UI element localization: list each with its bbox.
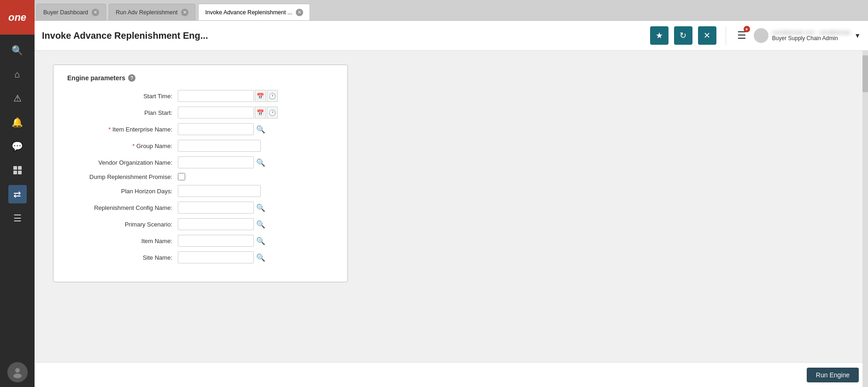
svg-rect-2 — [13, 171, 17, 174]
sidebar-item-bell[interactable]: 🔔 — [8, 113, 27, 131]
start-time-calendar-icon[interactable]: 📅 — [255, 90, 266, 102]
sidebar-avatar[interactable] — [7, 362, 28, 382]
label-plan-start: Plan Start: — [67, 109, 178, 116]
content-inner: Engine parameters ? Start Time: 📅 🕐 Plan… — [35, 51, 868, 362]
tab-buyer-dashboard[interactable]: Buyer Dashboard ✕ — [36, 4, 106, 20]
item-name-input[interactable] — [178, 235, 254, 247]
form-row-site-name: Site Name: 🔍 — [67, 251, 334, 263]
logo-text: one — [8, 12, 26, 24]
tab-bar: Buyer Dashboard ✕ Run Adv Replenishment … — [35, 0, 868, 21]
avatar — [754, 28, 768, 43]
notification-badge — [744, 26, 750, 32]
site-name-group: 🔍 — [178, 251, 267, 263]
user-dropdown-arrow[interactable]: ▼ — [854, 32, 861, 39]
tab-close-invoke[interactable]: ✕ — [296, 9, 303, 16]
plan-start-calendar-icon[interactable]: 📅 — [255, 107, 266, 119]
tab-label: Run Adv Replenishment — [116, 9, 177, 16]
label-start-time: Start Time: — [67, 93, 178, 100]
item-name-search-icon[interactable]: 🔍 — [255, 235, 267, 247]
sidebar-item-search[interactable]: 🔍 — [8, 41, 27, 60]
refresh-button[interactable]: ↻ — [674, 26, 692, 45]
vendor-org-group: 🔍 — [178, 156, 267, 168]
label-dump-replenishment: Dump Replenishment Promise: — [67, 173, 178, 180]
sidebar-item-home[interactable]: ⌂ — [8, 65, 27, 83]
help-icon[interactable]: ? — [128, 74, 135, 82]
tab-close-run-adv[interactable]: ✕ — [181, 9, 188, 16]
plan-start-clock-icon[interactable]: 🕐 — [267, 107, 278, 119]
label-group-name: Group Name: — [67, 143, 178, 149]
scrollbar-thumb[interactable] — [862, 55, 868, 92]
menu-button[interactable]: ☰ — [735, 28, 748, 43]
item-name-group: 🔍 — [178, 235, 267, 247]
form-row-replenishment-config: Replenishment Config Name: 🔍 — [67, 202, 334, 214]
form-row-plan-horizon: Plan Horizon Days: — [67, 185, 334, 197]
group-name-input[interactable] — [178, 140, 261, 152]
dump-replenishment-group — [178, 173, 185, 180]
user-role: Buyer Supply Chain Admin — [772, 35, 850, 42]
sidebar-item-switch[interactable]: ⇄ — [8, 185, 27, 203]
tab-label: Invoke Advance Replenishment ... — [205, 9, 292, 16]
sidebar-item-layers[interactable] — [8, 161, 27, 179]
label-replenishment-config: Replenishment Config Name: — [67, 204, 178, 211]
legend-text: Engine parameters — [67, 74, 125, 82]
item-enterprise-group: 🔍 — [178, 123, 267, 135]
svg-rect-3 — [18, 171, 22, 174]
sidebar-item-chat[interactable]: 💬 — [8, 137, 27, 155]
fieldset-legend: Engine parameters ? — [67, 74, 334, 82]
form-row-primary-scenario: Primary Scenario: 🔍 — [67, 218, 334, 230]
tab-label: Buyer Dashboard — [43, 9, 88, 16]
form-row-dump-replenishment: Dump Replenishment Promise: — [67, 173, 334, 180]
site-name-search-icon[interactable]: 🔍 — [255, 251, 267, 263]
label-item-enterprise: Item Enterprise Name: — [67, 126, 178, 133]
engine-parameters-fieldset: Engine parameters ? Start Time: 📅 🕐 Plan… — [53, 65, 348, 282]
start-time-clock-icon[interactable]: 🕐 — [267, 90, 278, 102]
group-name-group — [178, 140, 261, 152]
tab-close-buyer-dashboard[interactable]: ✕ — [92, 9, 99, 16]
plan-horizon-group — [178, 185, 261, 197]
main-area: Buyer Dashboard ✕ Run Adv Replenishment … — [35, 0, 868, 387]
svg-point-4 — [15, 368, 20, 373]
vendor-org-input[interactable] — [178, 156, 254, 168]
label-plan-horizon: Plan Horizon Days: — [67, 188, 178, 195]
plan-start-group: 📅 🕐 — [178, 107, 278, 119]
user-details: user@domain.com user@domain Buyer Supply… — [772, 30, 850, 42]
start-time-group: 📅 🕐 — [178, 90, 278, 102]
site-name-input[interactable] — [178, 251, 254, 263]
close-button[interactable]: ✕ — [698, 26, 716, 45]
page-header: Invoke Advance Replenishment Eng... ★ ↻ … — [35, 21, 868, 51]
app-logo[interactable]: one — [0, 0, 35, 35]
label-item-name: Item Name: — [67, 238, 178, 244]
user-info: user@domain.com user@domain Buyer Supply… — [754, 28, 861, 43]
form-row-plan-start: Plan Start: 📅 🕐 — [67, 107, 334, 119]
tab-invoke-advance-replenishment[interactable]: Invoke Advance Replenishment ... ✕ — [198, 4, 310, 20]
label-primary-scenario: Primary Scenario: — [67, 221, 178, 228]
run-engine-button[interactable]: Run Engine — [807, 368, 859, 382]
primary-scenario-input[interactable] — [178, 218, 254, 230]
vendor-org-search-icon[interactable]: 🔍 — [255, 156, 267, 168]
item-enterprise-input[interactable] — [178, 123, 254, 135]
page-title: Invoke Advance Replenishment Eng... — [42, 30, 645, 41]
plan-horizon-input[interactable] — [178, 185, 261, 197]
plan-start-input[interactable] — [178, 107, 254, 119]
form-row-start-time: Start Time: 📅 🕐 — [67, 90, 334, 102]
start-time-input[interactable] — [178, 90, 254, 102]
svg-rect-0 — [13, 166, 17, 170]
item-enterprise-search-icon[interactable]: 🔍 — [255, 123, 267, 135]
header-divider — [726, 26, 726, 45]
primary-scenario-search-icon[interactable]: 🔍 — [255, 218, 267, 230]
content-area: Engine parameters ? Start Time: 📅 🕐 Plan… — [35, 51, 868, 387]
form-row-group-name: Group Name: — [67, 140, 334, 152]
form-row-item-name: Item Name: 🔍 — [67, 235, 334, 247]
form-row-vendor-org: Vendor Organization Name: 🔍 — [67, 156, 334, 168]
primary-scenario-group: 🔍 — [178, 218, 267, 230]
sidebar-item-alert[interactable]: ⚠ — [8, 89, 27, 107]
replenishment-config-search-icon[interactable]: 🔍 — [255, 202, 267, 214]
dump-replenishment-checkbox[interactable] — [178, 173, 185, 180]
scrollbar[interactable] — [862, 51, 868, 387]
replenishment-config-input[interactable] — [178, 202, 254, 214]
star-button[interactable]: ★ — [650, 26, 669, 45]
tab-run-adv-replenishment[interactable]: Run Adv Replenishment ✕ — [109, 4, 195, 20]
sidebar-item-menu[interactable]: ☰ — [8, 209, 27, 227]
svg-point-5 — [13, 374, 22, 378]
sidebar: one 🔍 ⌂ ⚠ 🔔 💬 ⇄ ☰ — [0, 0, 35, 387]
